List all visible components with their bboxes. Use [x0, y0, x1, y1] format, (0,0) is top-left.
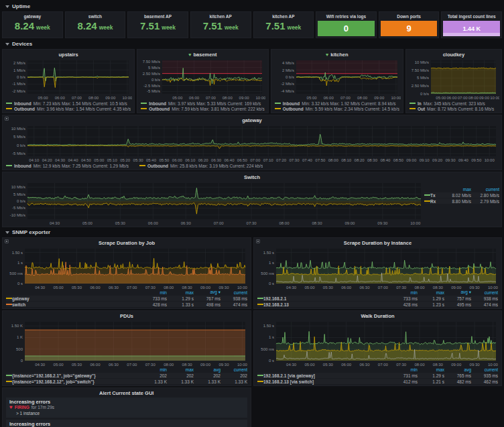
legend-series-row: switch428 ms1.33 s498 ms474 ms: [6, 302, 247, 307]
legend-series-label[interactable]: switch: [12, 302, 25, 307]
legend-column-header[interactable]: current: [471, 367, 498, 372]
svg-text:06:30: 06:30: [109, 286, 119, 290]
legend-series-label[interactable]: Outbound: [149, 107, 170, 111]
legend-column-header[interactable]: avg: [194, 367, 220, 372]
legend-series-label[interactable]: Rx: [430, 199, 436, 204]
legend-series-label[interactable]: Out: [418, 107, 425, 111]
legend-column-header[interactable]: current: [220, 290, 247, 295]
panel-title-switch[interactable]: Switch: [5, 174, 499, 181]
svg-text:04:30: 04:30: [35, 286, 46, 290]
panel-title-gateway[interactable]: gateway: [5, 117, 499, 124]
legend-series-label[interactable]: {instance="192.168.2.1", job="gateway"}: [12, 373, 96, 378]
stat-title[interactable]: Total ingest count lines: [442, 12, 501, 21]
panel-title-basement[interactable]: ♥basement: [139, 51, 265, 58]
chart-canvas-switch[interactable]: 10 Mb/s5 Mb/s0 b/s-5 Mb/s-10 Mb/s04:3005…: [5, 181, 424, 225]
stat-title[interactable]: Down ports: [379, 12, 439, 21]
panel-title-pdus[interactable]: PDUs: [5, 312, 249, 320]
chart-canvas-basement[interactable]: 7.50 Mb/s5 Mb/s2.50 Mb/s0 b/s-2.5 Mb/s-5…: [139, 58, 265, 100]
panel-title-scrape_job[interactable]: Scrape Duration by Job: [5, 239, 249, 247]
legend-column-header[interactable]: current: [471, 187, 499, 192]
svg-text:09:00: 09:00: [344, 221, 355, 225]
legend-stat-value: 8.80 Mb/s: [443, 199, 471, 204]
chart-canvas-scrape_job[interactable]: 1.50 s1 s500 ms0 s04:3005:0005:3006:0006…: [5, 247, 249, 290]
panel-title-text: basement: [194, 52, 217, 58]
chart-canvas-gateway[interactable]: 10 Mb/s5 Mb/s0 b/s-5 Mb/s04:1004:2004:30…: [5, 124, 499, 162]
chart-canvas-cloudkey[interactable]: 10 Mb/s7.50 Mb/s5 Mb/s2.50 Mb/s0 b/s05:0…: [408, 58, 499, 100]
chart-row: 1.50 K1 K500004:3005:0005:3006:0006:3007…: [5, 320, 249, 367]
legend-series-label[interactable]: Outbound: [14, 107, 35, 111]
legend-series-label[interactable]: Inbound: [149, 101, 166, 106]
alert-instances-toggle[interactable]: > 1 instance: [9, 410, 244, 416]
legend-column-header[interactable]: avg: [444, 367, 471, 372]
legend-column-header[interactable]: max: [418, 367, 444, 372]
legend-series-label[interactable]: {instance="192.168.2.12", job="switch"}: [12, 379, 94, 384]
svg-text:10:00: 10:00: [485, 158, 495, 162]
stat-unit: week: [99, 24, 113, 31]
svg-text:1.50 s: 1.50 s: [263, 251, 274, 255]
legend-series-label[interactable]: In: [418, 101, 422, 106]
legend-stat-value: 202: [140, 373, 167, 378]
panel-title-alert-list[interactable]: Alert Current state GUI: [5, 389, 249, 397]
chart-canvas-scrape_instance[interactable]: 1.50 s1 s500 ms0 s04:3005:0005:3006:0006…: [256, 247, 499, 290]
legend-item: OutboundMin: 5.59 kb/s Max: 2.34 Mb/s Cu…: [275, 106, 399, 111]
legend-item: OutboundMin: 25.8 kb/s Max: 3.19 Mb/s Cu…: [139, 163, 263, 169]
legend-pdus: minmaxavgcurrent{instance="192.168.2.1",…: [5, 367, 249, 384]
legend-series-label[interactable]: 192.168.2.13: [263, 302, 289, 307]
row-collapse-icon: [5, 231, 9, 234]
alert-list-item[interactable]: Increasing errors: [6, 420, 247, 427]
chart-canvas-kitchen[interactable]: 4 Mb/s2 Mb/s0 b/s-2 Mb/s-4 Mb/s05:0006:0…: [273, 58, 401, 100]
alert-rule-name: Increasing errors: [9, 421, 244, 427]
legend-series-label[interactable]: gateway: [12, 296, 29, 301]
row-header-snmp[interactable]: SNMP exporter: [2, 229, 502, 236]
legend-column-header[interactable]: max: [443, 187, 471, 192]
svg-text:500 ms: 500 ms: [9, 271, 23, 276]
panel-title-cloudkey[interactable]: cloudkey: [408, 51, 499, 58]
legend-column-header[interactable]: min: [391, 290, 418, 295]
legend-series-label[interactable]: Outbound: [283, 107, 304, 111]
legend-column-header[interactable]: min: [140, 290, 167, 295]
panel-info-icon[interactable]: [256, 239, 260, 243]
legend-series-label[interactable]: 192.168.2.1: [263, 296, 286, 301]
legend-column-header[interactable]: min: [391, 367, 418, 372]
legend-series-label[interactable]: Outbound: [147, 164, 168, 168]
legend-header-row: minmaxavgcurrent: [257, 367, 498, 372]
legend-column-header[interactable]: max: [418, 290, 444, 295]
legend-series-color-swatch: [257, 304, 263, 305]
legend-series-label[interactable]: 192.168.2.1 [via gateway]: [263, 373, 315, 378]
stat-title[interactable]: Wifi retries via logs: [316, 12, 376, 21]
legend-column-header[interactable]: max: [167, 367, 194, 372]
legend-column-header[interactable]: max: [167, 290, 194, 295]
panel-title-walk[interactable]: Walk Duration: [256, 312, 499, 320]
legend-series-label[interactable]: Inbound: [14, 164, 32, 168]
panel-links-icon[interactable]: [5, 117, 9, 121]
svg-text:08:20: 08:20: [355, 158, 365, 162]
stat-unit: week: [162, 24, 176, 31]
legend-header-row: minmaxavg ▾current: [257, 290, 498, 295]
panel-info-icon[interactable]: [5, 239, 9, 243]
legend-series-label[interactable]: 192.168.2.13 [via switch]: [263, 379, 314, 384]
legend-series-color-swatch: [275, 103, 281, 104]
legend-series-label[interactable]: Tx: [430, 193, 436, 198]
legend-series-label[interactable]: Inbound: [283, 101, 300, 106]
svg-text:05:00: 05:00: [304, 363, 315, 367]
legend-series-color-swatch: [257, 381, 263, 382]
legend-column-header[interactable]: avg ▾: [194, 290, 220, 295]
chart-canvas-pdus[interactable]: 1.50 K1 K500004:3005:0005:3006:0006:3007…: [5, 320, 249, 367]
legend-column-header[interactable]: avg ▾: [444, 290, 471, 295]
row-header-uptime[interactable]: Uptime: [2, 3, 502, 10]
legend-item: OutMax: 8.72 Mb/s Current: 8.16 Mb/s: [410, 106, 498, 111]
legend-column-header[interactable]: current: [471, 290, 498, 295]
panel-title-scrape_instance[interactable]: Scrape Duration by Instance: [256, 239, 499, 247]
panel-title-kitchen[interactable]: ♥kitchen: [273, 51, 401, 58]
svg-text:08:10: 08:10: [341, 158, 352, 162]
chart-canvas-walk[interactable]: 1.50 s1 s500 ms0 s04:3005:0005:3006:0006…: [256, 320, 499, 367]
legend-column-header[interactable]: current: [220, 367, 247, 372]
legend-column-header[interactable]: min: [140, 367, 167, 372]
chart-canvas-upstairs[interactable]: 2 Mb/s1 Mb/s0 b/s-1 Mb/s-2 Mb/s05:0006:0…: [5, 58, 132, 100]
legend-item: InboundMin: 3.32 kb/s Max: 1.92 Mb/s Cur…: [275, 101, 399, 106]
panel-title-upstairs[interactable]: upstairs: [5, 51, 132, 58]
alert-list-item[interactable]: Increasing errors♥FIRINGfor 17m 29s> 1 i…: [6, 398, 247, 418]
legend-series-row: Tx8.02 Mb/s2.80 Mb/s: [424, 192, 499, 198]
legend-series-label[interactable]: Inbound: [14, 101, 32, 106]
row-header-devices[interactable]: Devices: [2, 40, 502, 48]
